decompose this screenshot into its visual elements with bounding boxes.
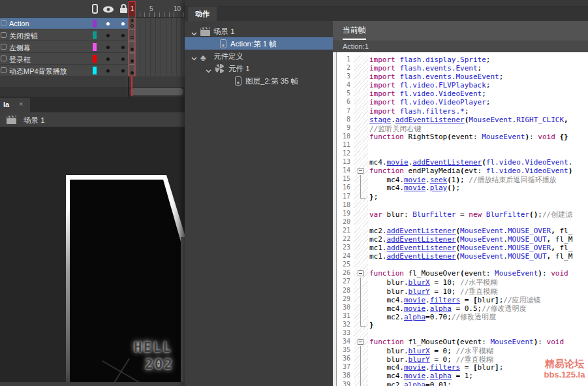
fold-collapse-toggle[interactable] xyxy=(354,167,368,175)
code-line[interactable]: 5import fl.video.VideoEvent; xyxy=(337,89,588,98)
code-line[interactable]: 16 mc4.movie.play(); xyxy=(337,184,588,192)
code-line[interactable]: 6import fl.video.VideoPlayer; xyxy=(337,98,588,106)
layer-frames[interactable] xyxy=(135,29,185,41)
timeline-ruler-ticks[interactable] xyxy=(135,12,185,17)
pane-splitter[interactable] xyxy=(333,52,337,386)
code-line[interactable]: 21mc2.addEventListener(MouseEvent.MOUSE_… xyxy=(337,227,588,235)
code-line[interactable]: 11 xyxy=(337,141,588,150)
script-editor[interactable]: 1import flash.display.Sprite;2import fla… xyxy=(333,52,588,386)
timeline-layer-row[interactable]: 左侧幕 xyxy=(0,41,185,53)
layer-color-swatch[interactable] xyxy=(93,20,97,27)
code-line[interactable]: 25 xyxy=(337,261,588,269)
code-line[interactable]: 24mc1.addEventListener(MouseEvent.MOUSE_… xyxy=(337,252,588,261)
code-line[interactable]: 17}; xyxy=(337,193,588,201)
close-icon[interactable]: × xyxy=(19,100,23,108)
fold-collapse-toggle[interactable] xyxy=(354,338,368,346)
layer-visibility-dot[interactable] xyxy=(106,22,110,25)
tree-item[interactable]: Action:第 1 帧 xyxy=(185,37,333,50)
code-line[interactable]: 15 mc4.movie.seek(1); //播放结束后返回循环播放 xyxy=(337,175,588,184)
code-line[interactable]: 10function RightStop(event: MouseEvent):… xyxy=(337,133,588,141)
layer-name[interactable]: 登录框 xyxy=(9,55,31,65)
tree-item[interactable]: 元件 1 xyxy=(185,62,333,74)
layer-color-swatch[interactable] xyxy=(93,67,97,74)
code-line[interactable]: 20 xyxy=(337,218,588,227)
layer-lock-dot[interactable] xyxy=(121,57,125,61)
layer-visibility-dot[interactable] xyxy=(106,34,110,37)
code-line[interactable]: 12 xyxy=(337,150,588,158)
tree-item[interactable]: ♣元件定义 xyxy=(185,50,333,62)
tree-item-label[interactable]: 场景 1 xyxy=(213,27,235,37)
tree-item-label[interactable]: 图层_2:第 35 帧 xyxy=(245,76,298,86)
layer-color-swatch[interactable] xyxy=(93,43,97,51)
tree-item[interactable]: 场景 1 xyxy=(185,25,333,37)
tree-item-label[interactable]: 元件定义 xyxy=(213,52,243,61)
code-line[interactable]: 7import flash.filters.*; xyxy=(337,107,588,116)
layer-color-swatch[interactable] xyxy=(93,31,97,39)
layer-frames[interactable] xyxy=(135,41,185,53)
timeline-scrollbar-track[interactable] xyxy=(0,87,185,97)
layer-visibility-dot[interactable] xyxy=(106,57,110,61)
layer-name[interactable]: 关闭按钮 xyxy=(9,31,38,41)
code-line[interactable]: 9//监听关闭右键 xyxy=(337,124,588,133)
tab-actions[interactable]: 动作 xyxy=(188,7,217,21)
document-tab[interactable]: la × xyxy=(0,98,30,112)
lock-icon[interactable] xyxy=(119,4,128,14)
layer-frames[interactable] xyxy=(135,53,185,65)
fold-collapse-toggle[interactable] xyxy=(354,269,368,278)
code-line[interactable]: 30 mc4.movie.alpha = 0.5;//修改透明度 xyxy=(337,304,588,312)
timeline-scrollbar-thumb[interactable] xyxy=(131,88,183,95)
tab-current-frame[interactable]: 当前帧 xyxy=(343,25,366,40)
panel-drag-bar[interactable] xyxy=(185,0,588,7)
line-number: 18 xyxy=(337,201,354,210)
code-line[interactable]: 1import flash.display.Sprite; xyxy=(337,56,588,64)
timeline-layer-row[interactable]: Actiona xyxy=(0,18,185,29)
code-line[interactable]: 8stage.addEventListener(MouseEvent.RIGHT… xyxy=(337,116,588,124)
code-line[interactable]: 18 xyxy=(337,201,588,210)
line-number: 1 xyxy=(337,56,354,64)
layer-visibility-dot[interactable] xyxy=(106,46,110,49)
code-line[interactable]: 31 mc2.alpha=0.70;//修改透明度 xyxy=(337,312,588,321)
code-line[interactable]: 4import fl.video.FLVPlayback; xyxy=(337,81,588,89)
edit-bar-scene-label[interactable]: 场景 1 xyxy=(23,116,45,125)
timeline-layer-row[interactable]: 关闭按钮 xyxy=(0,29,185,41)
layer-frames[interactable] xyxy=(135,65,185,76)
code-line[interactable]: 26function fl_MouseOver(event: MouseEven… xyxy=(337,269,588,278)
code-line[interactable]: 35 blur.blurX = 0; //水平模糊 xyxy=(337,346,588,355)
code-line[interactable]: 22mc2.addEventListener(MouseEvent.MOUSE_… xyxy=(337,235,588,244)
outline-view-icon[interactable] xyxy=(92,4,98,14)
code-line[interactable]: 27 blur.blurX = 10; //水平模糊 xyxy=(337,278,588,286)
eye-icon[interactable] xyxy=(102,6,114,13)
layer-name[interactable]: 左侧幕 xyxy=(9,43,31,53)
layer-lock-dot[interactable] xyxy=(121,34,125,37)
tree-item[interactable]: 图层_2:第 35 帧 xyxy=(185,74,333,87)
code-area[interactable]: 1import flash.display.Sprite;2import fla… xyxy=(337,52,588,386)
layer-lock-dot[interactable] xyxy=(121,22,125,25)
line-number: 15 xyxy=(337,175,354,184)
code-line[interactable]: 14function endPlayMedia(evt: fl.video.Vi… xyxy=(337,167,588,175)
layer-name[interactable]: 动态MP4背景播放 xyxy=(9,67,67,76)
code-line[interactable]: 28 blur.blurY = 10; //垂直模糊 xyxy=(337,287,588,295)
layer-name[interactable]: Action xyxy=(9,20,29,27)
code-line[interactable]: 32} xyxy=(337,321,588,329)
code-line[interactable]: 3import flash.events.MouseEvent; xyxy=(337,72,588,81)
code-line[interactable]: 33 xyxy=(337,329,588,338)
code-line[interactable]: 19var blur: BlurFilter = new BlurFilter(… xyxy=(337,210,588,218)
code-line[interactable]: 29 mc4.movie.filters = [blur];//应用滤镜 xyxy=(337,295,588,304)
tree-item-label[interactable]: Action:第 1 帧 xyxy=(230,39,277,49)
code-text: blur.blurY = 10; //垂直模糊 xyxy=(368,287,497,295)
code-line[interactable]: 23mc1.addEventListener(MouseEvent.MOUSE_… xyxy=(337,244,588,252)
line-number: 35 xyxy=(337,346,354,355)
code-line[interactable]: 2import flash.events.Event; xyxy=(337,64,588,72)
tree-item-label[interactable]: 元件 1 xyxy=(228,64,250,74)
code-line[interactable]: 39 mc2.alpha=0.01; xyxy=(337,381,588,386)
layer-frames[interactable] xyxy=(135,18,185,29)
code-line[interactable]: 34function fl_MouseOut(event: MouseEvent… xyxy=(337,338,588,346)
layer-lock-dot[interactable] xyxy=(121,46,125,49)
layer-lock-dot[interactable] xyxy=(121,69,125,72)
stage[interactable]: HELL 202 xyxy=(0,127,185,386)
layer-visibility-dot[interactable] xyxy=(106,69,110,72)
timeline-layer-row[interactable]: 登录框 xyxy=(0,53,185,65)
timeline-layer-row[interactable]: 动态MP4背景播放 xyxy=(0,65,185,76)
code-line[interactable]: 13mc4.movie.addEventListener(fl.video.Vi… xyxy=(337,158,588,167)
layer-color-swatch[interactable] xyxy=(93,55,97,63)
